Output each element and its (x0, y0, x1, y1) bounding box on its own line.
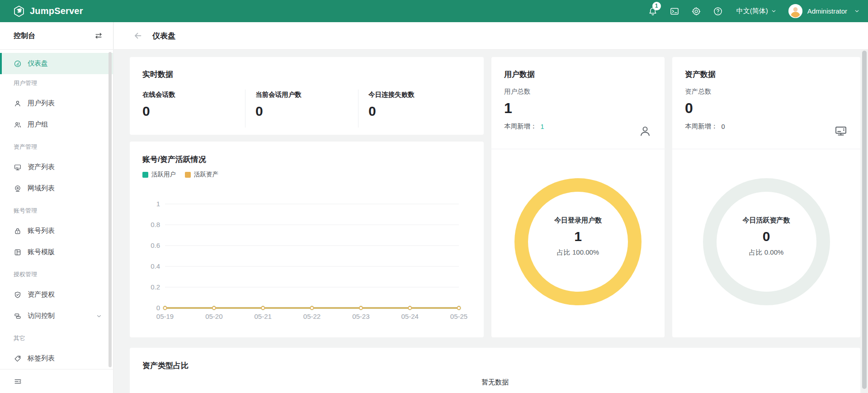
weekly-new-row: 本周新增： 1 (504, 122, 652, 131)
sidebar-section-label: 其它 (0, 327, 113, 348)
realtime-stat: 当前会话用户数0 (245, 90, 358, 128)
realtime-stat: 今日连接失败数0 (358, 90, 471, 128)
back-button[interactable] (133, 31, 143, 41)
back-arrow-icon (133, 31, 143, 41)
asset-summary: 资产数据 资产总数 0 本周新增： 0 (672, 57, 860, 149)
page-scrollbar-thumb[interactable] (862, 51, 867, 389)
svg-text:0.4: 0.4 (151, 262, 160, 270)
sidebar-item-access-control[interactable]: 访问控制 (0, 305, 113, 327)
collapse-icon (14, 377, 22, 386)
brand-name: JumpServer (30, 6, 83, 16)
chart-legend: 活跃用户活跃资产 (142, 170, 471, 179)
sidebar-item-dashboard[interactable]: 仪表盘 (0, 53, 113, 74)
data-point (311, 307, 314, 310)
donut-ring: 今日活跃资产数 0 占比 0.00% (703, 178, 830, 305)
sidebar-item-account-list[interactable]: 账号列表 (0, 220, 113, 241)
sidebar-title: 控制台 (14, 31, 35, 41)
donut-value: 0 (763, 229, 770, 244)
dashboard-icon (14, 60, 22, 68)
svg-text:05-20: 05-20 (205, 313, 222, 320)
web-terminal-button[interactable] (670, 6, 679, 16)
page-scrollbar[interactable] (862, 50, 868, 393)
activity-line-chart: 00.20.40.60.8105-1905-2005-2105-2205-230… (134, 196, 469, 336)
template-icon (14, 248, 22, 256)
total-assets-value: 0 (685, 100, 848, 117)
language-selector[interactable]: 中文(简体) (736, 7, 777, 15)
switch-view-button[interactable] (94, 31, 103, 40)
stat-label: 今日连接失败数 (368, 90, 471, 99)
page-title: 仪表盘 (152, 31, 175, 41)
chevron-down-icon (96, 313, 102, 319)
help-button[interactable] (713, 6, 723, 16)
lock-icon (14, 227, 22, 235)
username: Administrator (807, 7, 847, 15)
legend-swatch (142, 172, 148, 178)
data-point (408, 307, 411, 310)
sidebar-item-label: 网域列表 (28, 184, 55, 193)
weekly-new-label: 本周新增： (685, 122, 718, 131)
collapse-sidebar-button[interactable] (14, 377, 22, 386)
help-icon (713, 6, 723, 16)
users-icon (14, 121, 22, 129)
domain-icon (14, 185, 22, 193)
sidebar-item-label: 标签列表 (28, 354, 55, 363)
stat-value: 0 (142, 104, 245, 119)
notifications-button[interactable]: 1 (648, 6, 658, 16)
legend-item[interactable]: 活跃资产 (185, 170, 218, 179)
settings-button[interactable] (691, 6, 701, 16)
weekly-new-value: 1 (541, 123, 544, 130)
data-point (261, 307, 264, 310)
card-title: 资产类型占比 (142, 360, 848, 371)
sidebar-item-asset-permission[interactable]: 资产授权 (0, 284, 113, 305)
donut-ring: 今日登录用户数 1 占比 100.00% (514, 178, 642, 305)
monitor-icon (834, 124, 848, 138)
svg-text:05-24: 05-24 (401, 313, 418, 320)
card-title: 账号/资产活跃情况 (142, 154, 471, 165)
brand[interactable]: JumpServer (13, 5, 83, 18)
tag-icon (14, 355, 22, 363)
legend-item[interactable]: 活跃用户 (142, 170, 176, 179)
sidebar-scrollbar-thumb[interactable] (108, 52, 112, 367)
realtime-data-card: 实时数据 在线会话数0当前会话用户数0今日连接失败数0 (130, 57, 484, 135)
sidebar-section-label: 资产管理 (0, 135, 113, 156)
user-icon (638, 124, 652, 138)
monitor-icon (14, 163, 22, 171)
svg-text:05-19: 05-19 (156, 313, 174, 320)
total-users-value: 1 (504, 100, 652, 117)
sidebar-item-label: 资产授权 (28, 290, 55, 299)
sidebar-item-account-template[interactable]: 账号模版 (0, 241, 113, 263)
stat-label: 当前会话用户数 (255, 90, 358, 99)
active-assets-donut: 今日活跃资产数 0 占比 0.00% (672, 178, 860, 305)
svg-text:0: 0 (156, 304, 160, 312)
svg-text:0.6: 0.6 (151, 241, 160, 249)
stat-value: 0 (255, 104, 358, 119)
sidebar-item-tag-list[interactable]: 标签列表 (0, 348, 113, 369)
data-point (458, 307, 461, 310)
donut-label: 今日活跃资产数 (743, 216, 790, 225)
card-title: 用户数据 (504, 69, 652, 80)
sidebar-item-asset-list[interactable]: 资产列表 (0, 156, 113, 178)
data-point (164, 307, 167, 310)
sidebar-item-user-groups[interactable]: 用户组 (0, 114, 113, 135)
topbar-actions: 1 中文(简体) (636, 4, 860, 18)
sidebar-item-domain-list[interactable]: 网域列表 (0, 178, 113, 199)
sidebar-item-label: 访问控制 (28, 312, 55, 320)
login-users-donut: 今日登录用户数 1 占比 100.00% (491, 178, 665, 305)
donut-percent: 占比 100.00% (557, 248, 599, 257)
topbar: JumpServer 1 (0, 0, 868, 22)
total-users-label: 用户总数 (504, 87, 652, 96)
sidebar-item-label: 资产列表 (28, 163, 55, 171)
svg-text:05-21: 05-21 (254, 313, 271, 320)
notification-badge: 1 (652, 2, 661, 10)
main-content: 实时数据 在线会话数0当前会话用户数0今日连接失败数0 账号/资产活跃情况 活跃… (113, 50, 868, 393)
user-menu[interactable]: Administrator (788, 4, 860, 18)
donut-percent: 占比 0.00% (749, 248, 784, 257)
weekly-new-label: 本周新增： (504, 122, 537, 131)
card-title: 资产数据 (685, 69, 848, 80)
sidebar-item-label: 账号模版 (28, 248, 55, 256)
sidebar-item-label: 仪表盘 (28, 59, 48, 68)
user-data-card: 用户数据 用户总数 1 本周新增： 1 今日登录用户数 1 占比 100.00% (491, 57, 665, 337)
svg-text:05-22: 05-22 (303, 313, 321, 320)
sidebar-item-user-list[interactable]: 用户列表 (0, 93, 113, 114)
svg-text:0.8: 0.8 (151, 221, 160, 228)
